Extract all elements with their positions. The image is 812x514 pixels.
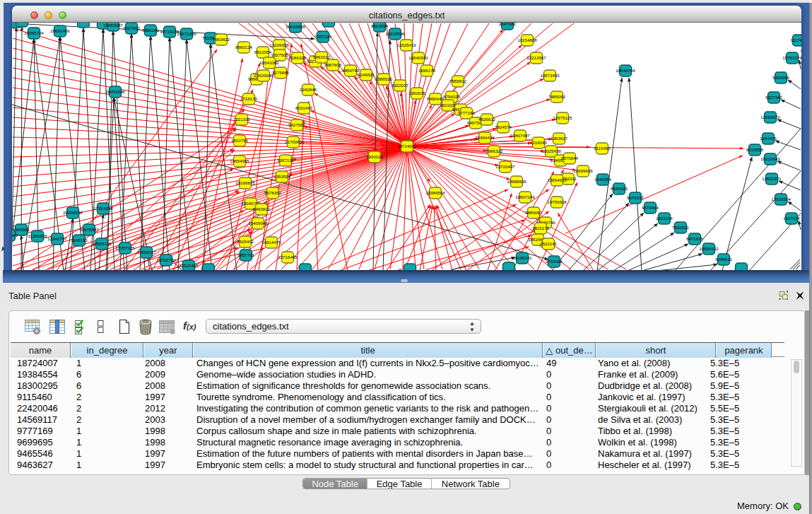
svg-text:2522141: 2522141 [540,241,558,246]
svg-text:8660124: 8660124 [235,45,253,49]
svg-text:26053346: 26053346 [105,89,125,94]
svg-text:6216043: 6216043 [530,140,548,145]
svg-text:7485063: 7485063 [548,94,566,99]
svg-text:16033809: 16033809 [286,24,305,29]
svg-text:1117434: 1117434 [790,37,801,42]
svg-text:1527602: 1527602 [123,25,141,30]
svg-text:8322037: 8322037 [392,83,409,88]
svg-text:13958117: 13958117 [136,250,156,255]
svg-text:1930023: 1930023 [366,154,384,159]
svg-text:8471876: 8471876 [686,236,704,241]
svg-text:9777169: 9777169 [458,110,476,115]
svg-text:10653287: 10653287 [103,23,123,28]
svg-text:10807487: 10807487 [510,133,530,138]
svg-text:16210643: 16210643 [760,156,780,161]
svg-text:20364436: 20364436 [475,135,495,140]
svg-text:14136141: 14136141 [512,255,532,260]
svg-text:10154808: 10154808 [517,37,537,42]
svg-text:17016504: 17016504 [771,197,791,201]
svg-text:1733426: 1733426 [546,259,563,264]
svg-text:18807249: 18807249 [515,194,535,199]
svg-text:19166825: 19166825 [235,180,255,185]
svg-text:7632621: 7632621 [672,225,690,230]
svg-text:9884067: 9884067 [525,210,543,215]
svg-text:1221331: 1221331 [233,117,251,122]
svg-text:12505135: 12505135 [92,241,112,246]
svg-text:2242848: 2242848 [300,87,317,92]
svg-text:8215958: 8215958 [746,147,764,152]
svg-text:9474444: 9474444 [642,205,659,210]
svg-text:12923465: 12923465 [179,263,199,268]
svg-text:13325419: 13325419 [396,42,416,47]
svg-text:16543362: 16543362 [259,60,279,65]
svg-text:1167534: 1167534 [783,216,800,221]
svg-text:9857791: 9857791 [237,252,255,257]
svg-text:8031443: 8031443 [295,105,313,110]
svg-text:8813054: 8813054 [371,23,389,28]
svg-text:13716485: 13716485 [278,255,298,259]
svg-text:7986322: 7986322 [486,148,503,153]
svg-text:1588520: 1588520 [375,76,393,81]
svg-text:6794028: 6794028 [443,94,461,99]
svg-text:8938923: 8938923 [611,186,628,191]
svg-text:9327505: 9327505 [271,52,289,57]
svg-text:22420046: 22420046 [254,73,273,78]
svg-text:2047682: 2047682 [499,23,517,26]
svg-text:2718170: 2718170 [240,96,258,101]
svg-text:12975125: 12975125 [553,115,572,120]
svg-text:1810755: 1810755 [231,138,249,143]
svg-text:4626612: 4626612 [478,117,496,122]
svg-text:10099695: 10099695 [573,168,593,173]
svg-text:14055724: 14055724 [24,30,44,35]
svg-text:15409948: 15409948 [248,221,268,226]
svg-text:9146821: 9146821 [358,72,375,77]
svg-text:9245612: 9245612 [715,257,733,262]
svg-text:1353594: 1353594 [273,174,291,179]
svg-text:13692971: 13692971 [762,176,782,181]
svg-text:1696175: 1696175 [418,68,436,73]
svg-text:6679197: 6679197 [627,195,645,200]
svg-text:12342737: 12342737 [47,236,67,241]
svg-text:17357225: 17357225 [115,245,135,250]
svg-text:10975887: 10975887 [79,227,99,232]
svg-text:16914479: 16914479 [261,240,281,245]
svg-text:7663822: 7663822 [213,37,230,42]
svg-text:1363627: 1363627 [551,136,568,141]
svg-text:13720407: 13720407 [495,164,515,169]
svg-text:20691406: 20691406 [50,28,70,33]
svg-text:8990448: 8990448 [427,96,445,101]
svg-text:8186328: 8186328 [289,55,307,60]
svg-text:9115460: 9115460 [594,146,611,151]
svg-text:5578352: 5578352 [264,190,282,195]
svg-text:19218506: 19218506 [385,31,405,36]
svg-text:2933114: 2933114 [656,216,673,221]
svg-text:19384554: 19384554 [425,190,445,195]
svg-text:7955812: 7955812 [449,78,467,83]
svg-text:3919343: 3919343 [12,233,18,238]
svg-text:12093872: 12093872 [760,115,780,119]
svg-text:1244415: 1244415 [760,136,777,141]
svg-text:19756928: 19756928 [547,199,567,204]
svg-text:3267130: 3267130 [277,158,295,163]
svg-text:16640910: 16640910 [408,55,428,60]
svg-text:1145193: 1145193 [71,238,88,243]
svg-text:5493822: 5493822 [253,206,271,211]
svg-text:13226058: 13226058 [269,42,289,47]
svg-text:9329966: 9329966 [772,75,790,80]
svg-text:12213967: 12213967 [526,55,546,60]
svg-text:9427552: 9427552 [288,122,306,127]
svg-text:10688609: 10688609 [507,179,526,184]
svg-text:18724007: 18724007 [397,144,417,148]
svg-text:16671355: 16671355 [177,31,196,36]
svg-text:9575844: 9575844 [561,156,579,160]
svg-text:10648764: 10648764 [616,68,635,73]
svg-text:13654923: 13654923 [547,177,567,182]
svg-text:16782759: 16782759 [156,257,176,262]
svg-text:7625402: 7625402 [237,239,254,244]
svg-text:15751074: 15751074 [782,55,801,60]
svg-text:9227342: 9227342 [765,95,783,100]
svg-text:11356829: 11356829 [28,233,47,238]
svg-text:17353998: 17353998 [93,206,113,211]
svg-text:2170063: 2170063 [285,139,302,144]
svg-text:1362635: 1362635 [408,90,426,95]
